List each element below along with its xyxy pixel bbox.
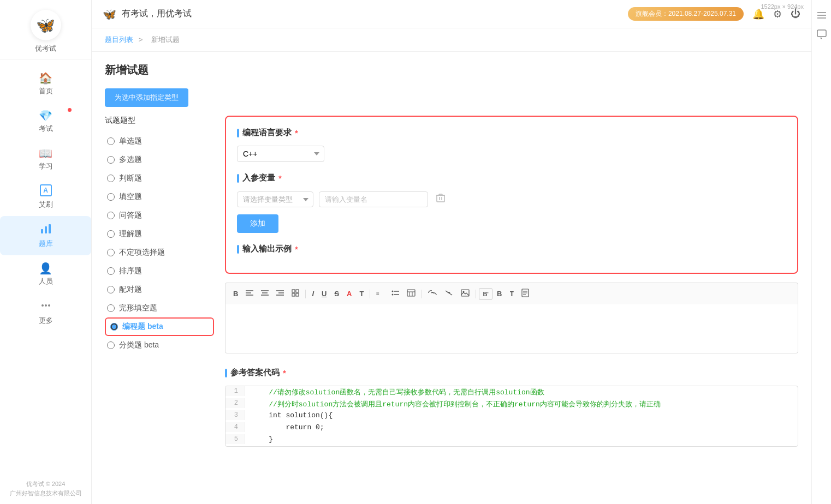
- q-type-indefinite-radio[interactable]: [107, 249, 115, 256]
- q-type-fill-radio[interactable]: [107, 193, 115, 201]
- form-area: 编程语言要求 * C++ Java Python C 入参变量 *: [225, 116, 798, 447]
- editor-toolbar: B: [225, 283, 798, 304]
- q-type-match[interactable]: 配对题: [105, 280, 214, 299]
- sidebar-item-home[interactable]: 🏠 首页: [0, 65, 91, 103]
- programming-section: 编程语言要求 * C++ Java Python C 入参变量 *: [225, 116, 798, 274]
- svg-line-32: [446, 291, 452, 295]
- q-type-classify[interactable]: 分类题 beta: [105, 336, 214, 355]
- ai-icon: A: [40, 184, 52, 196]
- delete-var-button[interactable]: [434, 191, 448, 208]
- form-layout: 试题题型 单选题 多选题 判断题 填空题: [105, 116, 798, 447]
- tb-unordered-list[interactable]: [388, 287, 402, 300]
- answer-required: *: [283, 368, 286, 377]
- q-type-prog-label: 编程题 beta: [122, 322, 163, 332]
- tb-text-format[interactable]: T: [506, 287, 517, 300]
- tb-font-size[interactable]: T: [356, 287, 367, 300]
- tb-italic[interactable]: I: [308, 287, 317, 300]
- tb-underline[interactable]: U: [318, 287, 330, 300]
- line-num-5: 5: [225, 434, 245, 444]
- tb-ordered-list[interactable]: ≡: [373, 287, 387, 300]
- svg-rect-6: [437, 195, 444, 202]
- sidebar-item-more[interactable]: 更多: [0, 293, 91, 332]
- tb-doc[interactable]: [518, 286, 532, 301]
- tb-grid[interactable]: [288, 287, 302, 301]
- q-type-prog[interactable]: 编程题 beta: [105, 317, 214, 336]
- right-sidebar-menu-icon[interactable]: [816, 11, 827, 22]
- tb-code-block[interactable]: B': [479, 288, 492, 300]
- exam-dot: [68, 108, 72, 112]
- q-type-cloze[interactable]: 完形填空题: [105, 299, 214, 317]
- q-type-comprehension[interactable]: 理解题: [105, 225, 214, 243]
- code-line-3: 3 int solution(){: [225, 410, 798, 422]
- qbank-icon: [40, 223, 52, 237]
- tb-unlink[interactable]: [441, 287, 456, 300]
- sidebar-item-exam[interactable]: 💎 考试: [0, 103, 91, 140]
- line-content-5: }: [245, 434, 280, 445]
- header-left: 🦋 有考试，用优考试: [103, 8, 192, 21]
- q-type-multi[interactable]: 多选题: [105, 151, 214, 169]
- language-select[interactable]: C++ Java Python C: [237, 146, 324, 162]
- power-icon[interactable]: ⏻: [791, 8, 800, 20]
- sidebar-item-study[interactable]: 📖 学习: [0, 140, 91, 178]
- dimensions-label: 831px × 504px: [761, 3, 804, 10]
- add-var-button[interactable]: 添加: [237, 214, 278, 233]
- breadcrumb-parent[interactable]: 题目列表: [105, 35, 133, 44]
- tb-bold2[interactable]: B: [494, 287, 505, 300]
- q-type-single-radio[interactable]: [107, 137, 115, 145]
- io-editor-area[interactable]: [225, 304, 798, 353]
- header: 🦋 有考试，用优考试 旗舰会员：2021.08.27-2025.07.31 🔔 …: [92, 0, 811, 28]
- q-type-single[interactable]: 单选题: [105, 132, 214, 151]
- logo-icon: 🦋: [31, 10, 61, 40]
- q-type-sort-radio[interactable]: [107, 267, 115, 275]
- sidebar-nav: 🏠 首页 💎 考试 📖 学习 A 艾刷 题库: [0, 59, 91, 472]
- q-type-judge-radio[interactable]: [107, 175, 115, 182]
- q-type-multi-radio[interactable]: [107, 156, 115, 164]
- tb-link[interactable]: [425, 287, 440, 300]
- question-types-panel: 试题题型 单选题 多选题 判断题 填空题: [105, 116, 214, 447]
- q-type-comprehension-label: 理解题: [119, 229, 142, 239]
- tb-sep4: [476, 290, 476, 298]
- svg-rect-20: [296, 290, 299, 292]
- sidebar-item-label: 艾刷: [39, 200, 53, 209]
- q-type-match-radio[interactable]: [107, 286, 115, 293]
- var-required: *: [278, 173, 282, 183]
- q-type-fill[interactable]: 填空题: [105, 188, 214, 206]
- q-type-qa-radio[interactable]: [107, 212, 115, 219]
- q-type-cloze-radio[interactable]: [107, 304, 115, 312]
- var-name-input[interactable]: [319, 191, 428, 207]
- right-sidebar-chat-icon[interactable]: [816, 29, 827, 43]
- q-type-sort[interactable]: 排序题: [105, 262, 214, 280]
- q-type-qa[interactable]: 问答题: [105, 206, 214, 225]
- q-type-multi-label: 多选题: [119, 155, 142, 165]
- tb-font-color[interactable]: A: [343, 287, 355, 300]
- svg-rect-21: [292, 293, 295, 296]
- add-type-button[interactable]: 为选中添加指定类型: [105, 88, 188, 107]
- tb-table[interactable]: [403, 287, 419, 301]
- tb-bold[interactable]: B: [230, 287, 241, 300]
- sidebar-item-qbank[interactable]: 题库: [0, 216, 91, 255]
- io-required: *: [295, 244, 298, 254]
- var-row: 请选择变量类型 int string double bool: [237, 191, 786, 208]
- header-logo-icon: 🦋: [103, 8, 116, 21]
- q-type-indefinite[interactable]: 不定项选择题: [105, 243, 214, 262]
- tb-align-right[interactable]: [273, 287, 287, 300]
- io-section-title: 输入输出示例 *: [237, 244, 786, 254]
- sidebar-item-ai[interactable]: A 艾刷: [0, 178, 91, 216]
- q-type-judge[interactable]: 判断题: [105, 169, 214, 188]
- var-type-select[interactable]: 请选择变量类型 int string double bool: [237, 191, 313, 207]
- q-type-prog-radio[interactable]: [110, 323, 118, 331]
- line-content-3: int solution(){: [245, 410, 339, 421]
- breadcrumb-current: 新增试题: [151, 35, 180, 44]
- tb-image[interactable]: [458, 287, 473, 301]
- q-type-classify-radio[interactable]: [107, 341, 115, 349]
- tb-align-left[interactable]: [242, 287, 257, 300]
- q-type-indefinite-label: 不定项选择题: [119, 248, 165, 257]
- sidebar-item-people[interactable]: 👤 人员: [0, 255, 91, 293]
- tb-strikethrough[interactable]: S: [331, 287, 342, 300]
- q-type-comprehension-radio[interactable]: [107, 230, 115, 238]
- code-editor[interactable]: 1 //请勿修改solution函数名，无需自己写接收参数代码，无需自行调用so…: [225, 386, 798, 447]
- var-section-title: 入参变量 *: [237, 173, 786, 183]
- svg-rect-33: [461, 290, 469, 296]
- svg-rect-0: [41, 229, 43, 233]
- tb-align-center[interactable]: [258, 287, 272, 300]
